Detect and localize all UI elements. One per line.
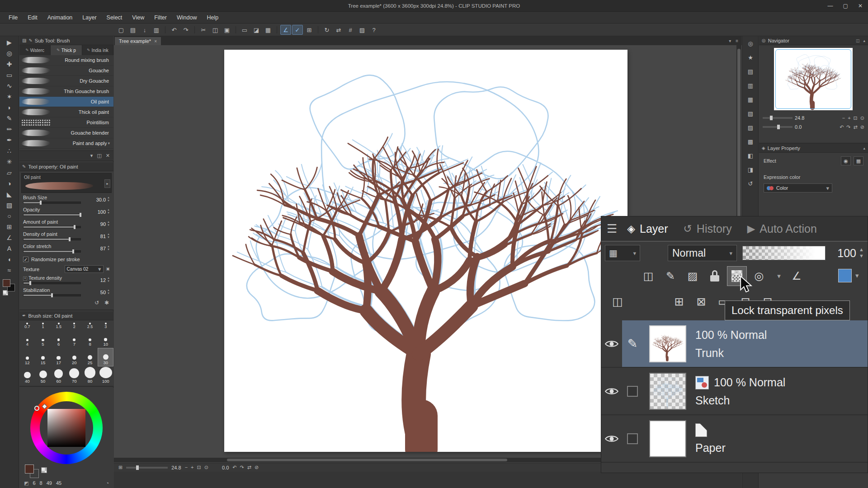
foreground-color-swatch[interactable] <box>25 465 34 474</box>
brush-size-0.7[interactable]: 0.7 <box>19 320 35 329</box>
close-button[interactable]: ✕ <box>858 3 863 9</box>
ruler-show-range-icon[interactable]: ∠ <box>787 266 807 286</box>
balloon-tool-icon[interactable]: ◖ <box>3 254 16 265</box>
menu-window[interactable]: Window <box>172 12 202 23</box>
frame-border-tool-icon[interactable]: ⊞ <box>3 221 16 232</box>
onion-skin-icon[interactable]: ▨ <box>683 266 703 286</box>
rotate-view-icon[interactable]: ↻ <box>321 25 332 35</box>
nav-zoom-out-icon[interactable]: − <box>842 115 845 121</box>
reset-view-icon[interactable]: ⊘ <box>255 465 259 470</box>
spin-down-icon[interactable]: ▼ <box>107 236 110 239</box>
brush-size-7[interactable]: 7 <box>66 329 82 348</box>
actual-pixels-icon[interactable]: ⊙ <box>204 465 208 470</box>
panel-dock-icon[interactable]: ◫ <box>856 38 860 43</box>
nav-rotate-left-icon[interactable]: ↶ <box>840 124 844 130</box>
spin-up-icon[interactable]: ▲ <box>107 245 110 248</box>
figure-tool-icon[interactable]: ○ <box>3 211 16 221</box>
brush-size-25[interactable]: 25 <box>82 348 98 366</box>
minimize-button[interactable]: — <box>828 3 833 9</box>
tab-list-caret-icon[interactable]: ▾ <box>729 38 731 43</box>
zoom-in-icon[interactable]: + <box>191 465 193 470</box>
brush-size-17[interactable]: 17 <box>51 348 66 366</box>
delete-subtool-icon[interactable]: ✕ <box>106 153 110 159</box>
material-property-icon[interactable]: ▨ <box>357 25 368 35</box>
brush-item-oil-paint[interactable]: Oil paint <box>19 97 113 107</box>
subtool-tab-india-ink[interactable]: ✎India ink <box>82 45 113 55</box>
navigator-rotate-slider[interactable] <box>763 126 793 128</box>
invert-selection-icon[interactable]: ◪ <box>251 25 262 35</box>
brush-item-thin-gouache-brush[interactable]: Thin Gouache brush <box>19 86 113 97</box>
menu-view[interactable]: View <box>127 12 149 23</box>
property-value[interactable]: 81 <box>91 234 106 239</box>
brush-size-80[interactable]: 80 <box>82 366 98 385</box>
property-value[interactable]: 90 <box>91 221 106 227</box>
save-document-icon[interactable]: ↓ <box>139 25 150 35</box>
reset-settings-icon[interactable]: ↺ <box>94 300 99 306</box>
brush-size-30[interactable]: 30 <box>98 348 113 366</box>
brush-item-round-mixing-brush[interactable]: Round mixing brush <box>19 55 113 66</box>
menu-edit[interactable]: Edit <box>23 12 42 23</box>
material-monochrome-icon[interactable]: ▥ <box>745 80 756 91</box>
material-primitive-icon[interactable]: ◧ <box>745 150 756 161</box>
material-image-icon[interactable]: ▧ <box>745 108 756 119</box>
color-set-icon[interactable]: ◩ <box>24 480 28 486</box>
layer-visibility-toggle[interactable] <box>601 386 622 396</box>
texture-select[interactable]: Canvas 02 ▾ <box>65 265 104 273</box>
lasso-tool-icon[interactable]: ∿ <box>3 80 16 91</box>
layer-opacity-slider[interactable] <box>742 246 826 260</box>
brush-size-15[interactable]: 15 <box>35 348 51 366</box>
lock-layer-icon[interactable] <box>705 266 725 286</box>
fill-tool-icon[interactable]: ◣ <box>3 189 16 200</box>
nav-reset-icon[interactable]: ⊘ <box>860 124 864 130</box>
menu-help[interactable]: Help <box>202 12 223 23</box>
spinner-arrows[interactable]: ▲▼ <box>107 277 110 283</box>
brush-item-gouache-blender[interactable]: Gouache blender <box>19 128 113 138</box>
eyedropper-tool-icon[interactable]: ◗ <box>3 102 16 113</box>
ruler-tool-icon[interactable]: ∠ <box>3 232 16 243</box>
opacity-spinner[interactable]: ▲▼ <box>859 246 864 259</box>
layer-select-checkbox[interactable] <box>627 433 638 444</box>
operation-tool-icon[interactable]: ▶ <box>3 37 16 48</box>
layer-thumbnail-paper[interactable] <box>649 420 686 457</box>
property-slider-track[interactable] <box>23 250 81 253</box>
spin-up-icon[interactable]: ▲ <box>107 289 110 292</box>
spin-up-icon[interactable]: ▲ <box>107 233 110 236</box>
quick-access-palette-icon[interactable]: ★ <box>745 52 756 63</box>
rotate-left-icon[interactable]: ↶ <box>232 465 236 470</box>
spin-down-icon[interactable]: ▼ <box>107 199 110 202</box>
navigator-preview[interactable] <box>774 48 853 110</box>
spin-down-icon[interactable]: ▼ <box>107 280 110 283</box>
layer-filter-select[interactable]: ▦ ▾ <box>605 245 640 261</box>
rotate-right-icon[interactable]: ↷ <box>240 465 244 470</box>
navigator-zoom-slider[interactable] <box>763 117 793 119</box>
spinner-arrows[interactable]: ▲▼ <box>107 289 110 295</box>
brush-size-2.5[interactable]: 2.5 <box>82 320 98 329</box>
expression-color-select[interactable]: Color ▾ <box>764 183 832 192</box>
correct-line-tool-icon[interactable]: ≈ <box>3 265 16 276</box>
subtool-tab-waterc[interactable]: ✎Waterc <box>19 45 51 55</box>
property-value[interactable]: 87 <box>91 246 106 251</box>
pen-tool-icon[interactable]: ✎ <box>3 113 16 124</box>
brush-size-1.5[interactable]: 1.5 <box>51 320 66 329</box>
color-history-icon[interactable]: ◔ <box>106 480 109 486</box>
fit-to-screen-icon[interactable]: ⊡ <box>197 465 201 470</box>
foreground-color-chip[interactable] <box>3 279 10 287</box>
duplicate-subtool-icon[interactable]: ◫ <box>97 153 101 159</box>
snap-to-special-ruler-icon[interactable]: ✓ <box>292 25 303 35</box>
blend-mode-select[interactable]: Normal ▾ <box>668 245 737 261</box>
menu-layer[interactable]: Layer <box>77 12 101 23</box>
tab-menu-icon[interactable]: ≡ <box>736 38 738 43</box>
spinner-arrows[interactable]: ▲▼ <box>107 233 110 239</box>
layer-visibility-toggle[interactable] <box>601 339 622 349</box>
spinner-arrows[interactable]: ▲▼ <box>107 196 110 202</box>
auto-select-tool-icon[interactable]: ✶ <box>3 91 16 102</box>
subtool-tab-thick-p[interactable]: ✎Thick p <box>51 45 82 55</box>
brush-item-dry-gouache[interactable]: Dry Gouache <box>19 76 113 86</box>
chevron-down-icon[interactable]: ▾ <box>855 272 859 280</box>
text-tool-icon[interactable]: A <box>3 243 16 254</box>
airbrush-tool-icon[interactable]: ∴ <box>3 145 16 156</box>
property-slider-track[interactable] <box>23 282 81 284</box>
brush-size-40[interactable]: 40 <box>19 366 35 385</box>
spin-down-icon[interactable]: ▼ <box>107 292 110 295</box>
maximize-button[interactable]: ▢ <box>843 3 848 9</box>
